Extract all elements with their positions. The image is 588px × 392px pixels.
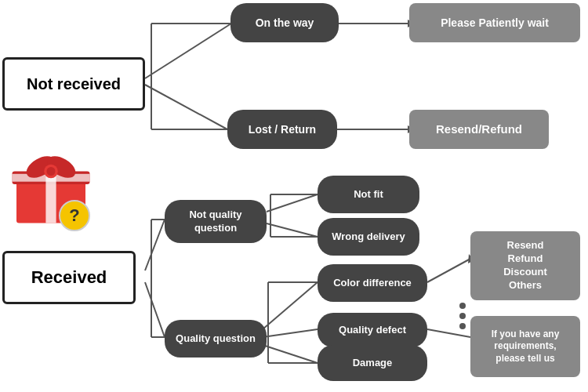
svg-line-14 [267, 194, 318, 212]
not-fit-node: Not fit [318, 176, 419, 213]
svg-point-28 [459, 303, 466, 309]
resend-refund-node: Resend/Refund [409, 110, 549, 149]
wrong-delivery-node: Wrong delivery [318, 218, 419, 256]
svg-line-15 [267, 223, 318, 237]
please-wait-node: Please Patiently wait [409, 3, 580, 42]
svg-line-25 [427, 259, 470, 282]
question-bubble: ? [59, 200, 90, 231]
damage-node: Damage [318, 345, 427, 381]
svg-point-29 [459, 313, 466, 319]
lost-return-node: Lost / Return [227, 110, 337, 149]
svg-point-30 [459, 323, 466, 329]
on-the-way-node: On the way [230, 3, 339, 42]
svg-line-0 [145, 24, 231, 78]
svg-point-38 [47, 167, 56, 176]
svg-line-27 [427, 329, 470, 337]
quality-question-node: Quality question [165, 320, 267, 358]
if-requirements-node: If you have any requirements, please tel… [470, 316, 580, 377]
svg-line-21 [263, 345, 318, 363]
svg-line-3 [145, 85, 227, 129]
color-difference-node: Color difference [318, 264, 427, 302]
quality-defect-node: Quality defect [318, 313, 427, 347]
svg-line-20 [263, 329, 318, 337]
diagram: ? Not received On the way Please Patient… [0, 0, 588, 392]
svg-line-19 [263, 282, 318, 329]
svg-line-10 [145, 282, 165, 337]
not-received-node: Not received [2, 57, 145, 111]
resend-refund-discount-node: Resend Refund Discount Others [470, 231, 580, 300]
svg-line-9 [145, 220, 165, 270]
received-node: Received [2, 251, 136, 304]
not-quality-node: Not quality question [165, 200, 267, 243]
